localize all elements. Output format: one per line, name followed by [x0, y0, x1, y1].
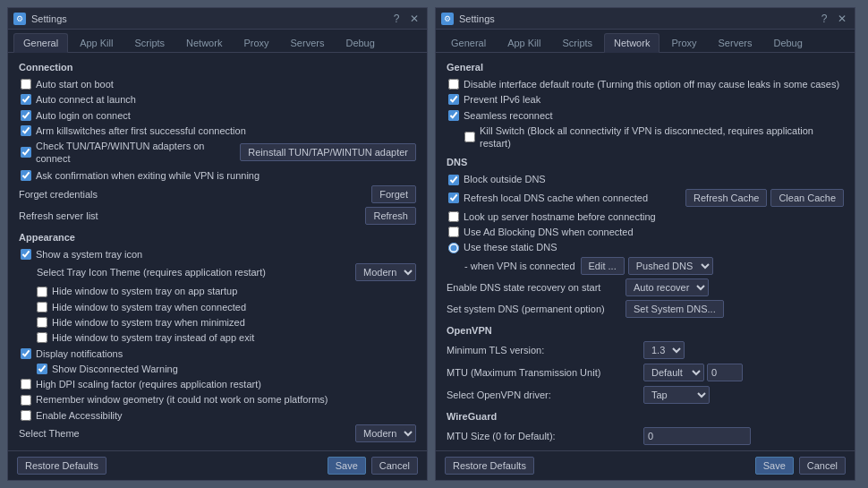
cb-accessibility-label: Enable Accessibility [36, 409, 123, 422]
tab-servers-1[interactable]: Servers [281, 33, 335, 52]
cb-system-tray: Show a system tray icon [19, 248, 416, 261]
cb-killswitch-input[interactable] [464, 132, 475, 142]
cb-check-tun-label: Check TUN/TAP/WINTUN adapters on connect [36, 140, 240, 166]
reinstall-btn[interactable]: Reinstall TUN/TAP/WINTUN adapter [240, 143, 416, 161]
title-bar-1: ⚙ Settings ? ✕ [8, 8, 427, 30]
cb-ask-confirm: Ask confirmation when exiting while VPN … [19, 169, 416, 182]
restore-defaults-btn-1[interactable]: Restore Defaults [17, 457, 106, 475]
radio-static-dns-input[interactable] [448, 243, 459, 253]
clean-cache-btn[interactable]: Clean Cache [770, 189, 844, 207]
refresh-row: Refresh server list Refresh [19, 207, 416, 225]
forget-label: Forget credentials [19, 188, 98, 201]
cb-prevent-ipv6-input[interactable] [448, 94, 459, 105]
cb-hide-exit-input[interactable] [37, 332, 47, 343]
restore-defaults-btn-2[interactable]: Restore Defaults [445, 457, 534, 475]
window-title-1: Settings [31, 13, 384, 24]
driver-select[interactable]: Tap Tun WINTUN [643, 386, 710, 404]
cb-system-tray-input[interactable] [21, 249, 31, 260]
cb-remember-window-input[interactable] [21, 395, 31, 406]
tab-bar-1: General App Kill Scripts Network Proxy S… [8, 30, 427, 53]
theme-select[interactable]: Modern [355, 424, 416, 442]
cb-hide-startup: Hide window to system tray on app startu… [19, 285, 416, 297]
cb-disable-interface: Disable interface default route (Turning… [447, 78, 844, 90]
cb-killswitch-label: Kill Switch (Block all connectivity if V… [480, 124, 844, 150]
cb-hide-connected-label: Hide window to system tray when connecte… [52, 301, 246, 313]
cb-auto-start: Auto start on boot [19, 78, 416, 90]
cb-refresh-dns-label: Refresh local DNS cache when connected [464, 192, 648, 204]
cb-hide-minimized-input[interactable] [37, 317, 47, 328]
wg-mtu-input[interactable] [643, 427, 751, 445]
save-btn-1[interactable]: Save [328, 457, 366, 475]
bottom-bar-2: Restore Defaults Save Cancel [436, 450, 855, 480]
cb-arm-kill-input[interactable] [21, 125, 31, 136]
help-button-2[interactable]: ? [817, 12, 831, 26]
cb-refresh-dns-input[interactable] [448, 193, 459, 203]
cb-hide-exit: Hide window to system tray instead of ap… [19, 331, 416, 344]
cb-auto-connect-input[interactable] [21, 94, 31, 105]
tab-general-2[interactable]: General [441, 33, 496, 52]
wg-mtu-row: MTU Size (0 for Default): [447, 427, 844, 445]
close-button-1[interactable]: ✕ [407, 12, 421, 26]
tab-servers-2[interactable]: Servers [709, 33, 762, 52]
pushed-dns-select[interactable]: Pushed DNS Custom DNS [628, 257, 713, 275]
cb-ad-blocking: Use Ad Blocking DNS when connected [447, 226, 844, 238]
close-button-2[interactable]: ✕ [835, 12, 849, 26]
cb-block-dns-input[interactable] [448, 175, 459, 185]
dns-state-label: Enable DNS state recovery on start [447, 282, 625, 293]
dns-state-control: Auto recover Disabled [625, 278, 709, 296]
tab-scripts-1[interactable]: Scripts [124, 33, 174, 52]
refresh-cache-btn[interactable]: Refresh Cache [685, 189, 767, 207]
cancel-btn-1[interactable]: Cancel [371, 457, 418, 475]
cb-accessibility-input[interactable] [21, 410, 31, 421]
content-network: General Disable interface default route … [436, 53, 855, 450]
tab-appkill-1[interactable]: App Kill [70, 33, 123, 52]
edit-dns-btn[interactable]: Edit ... [581, 257, 625, 275]
tab-appkill-2[interactable]: App Kill [498, 33, 550, 52]
cb-ad-blocking-input[interactable] [448, 227, 459, 237]
cb-auto-login-label: Auto login on connect [36, 109, 131, 122]
cb-check-tun-input[interactable] [21, 147, 31, 158]
cb-lookup-hostname-input[interactable] [448, 211, 459, 222]
mtu-input[interactable] [707, 364, 743, 381]
cb-disconnected-warning: Show Disconnected Warning [19, 363, 416, 375]
tab-general-1[interactable]: General [13, 33, 68, 53]
tab-scripts-2[interactable]: Scripts [552, 33, 602, 52]
cb-hide-startup-input[interactable] [37, 287, 47, 297]
cb-high-dpi-input[interactable] [21, 379, 31, 390]
cb-disconnected-warning-input[interactable] [37, 364, 47, 374]
help-button-1[interactable]: ? [389, 12, 404, 26]
tab-network-2[interactable]: Network [604, 33, 660, 53]
dns-state-select[interactable]: Auto recover Disabled [625, 278, 709, 296]
title-controls-2: ? ✕ [817, 12, 849, 26]
refresh-btn[interactable]: Refresh [365, 207, 416, 225]
cb-auto-start-input[interactable] [21, 79, 31, 90]
tab-network-1[interactable]: Network [176, 33, 232, 52]
tab-proxy-2[interactable]: Proxy [661, 33, 706, 52]
cancel-btn-2[interactable]: Cancel [799, 457, 846, 475]
mtu-select[interactable]: Default Custom [643, 364, 704, 381]
system-dns-row: Set system DNS (permanent option) Set Sy… [447, 300, 844, 318]
tray-theme-select-wrapper: Modern [355, 263, 416, 281]
cb-disable-interface-input[interactable] [448, 79, 459, 90]
tab-debug-1[interactable]: Debug [336, 33, 384, 52]
tab-proxy-1[interactable]: Proxy [234, 33, 278, 52]
forget-btn[interactable]: Forget [371, 185, 416, 203]
refresh-dns-row: Refresh local DNS cache when connected R… [447, 189, 844, 207]
cb-notifications-input[interactable] [21, 348, 31, 359]
cb-remember-window-label: Remember window geometry (it could not w… [36, 393, 328, 406]
set-system-dns-btn[interactable]: Set System DNS... [625, 300, 724, 318]
mtu-row: MTU (Maximum Transmission Unit) Default … [447, 364, 844, 381]
cb-auto-login-input[interactable] [21, 110, 31, 121]
cb-ask-confirm-input[interactable] [21, 170, 31, 181]
tray-theme-select[interactable]: Modern [355, 263, 416, 281]
window-general: ⚙ Settings ? ✕ General App Kill Scripts … [7, 7, 428, 481]
cb-block-dns-label: Block outside DNS [464, 173, 546, 185]
save-btn-2[interactable]: Save [755, 457, 794, 475]
tls-select[interactable]: 1.0 1.1 1.2 1.3 [643, 341, 685, 359]
tab-debug-2[interactable]: Debug [763, 33, 812, 52]
cb-notifications-label: Display notifications [36, 347, 123, 360]
cb-seamless-reconnect-input[interactable] [448, 110, 459, 121]
cb-auto-login: Auto login on connect [19, 109, 416, 122]
mtu-label: MTU (Maximum Transmission Unit) [447, 367, 643, 378]
cb-hide-connected-input[interactable] [37, 302, 47, 312]
